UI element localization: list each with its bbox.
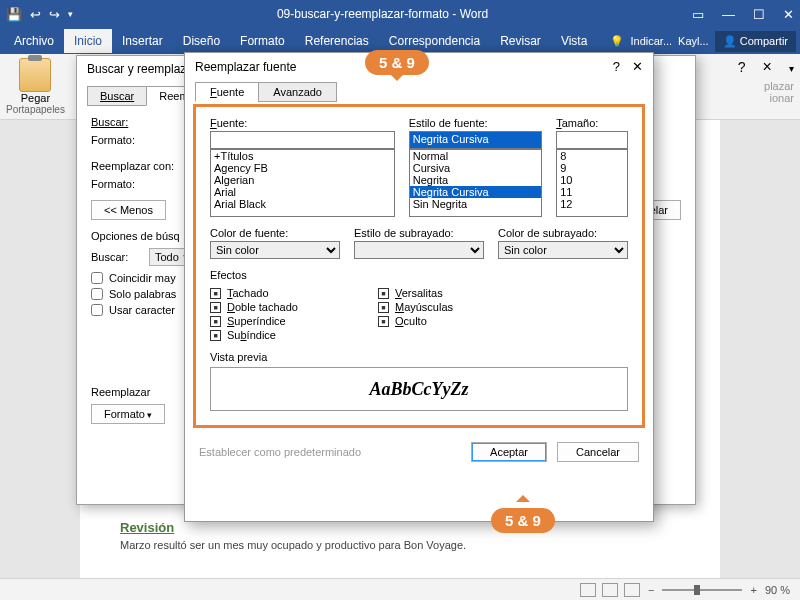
tab-formato[interactable]: Formato bbox=[230, 29, 295, 53]
hidden-label: Oculto bbox=[395, 315, 427, 327]
whole-words-label: Solo palabras bbox=[109, 288, 176, 300]
zoom-in-icon[interactable]: + bbox=[750, 584, 756, 596]
quick-access-toolbar: 💾 ↩ ↪ ▾ bbox=[6, 7, 73, 22]
web-layout-icon[interactable] bbox=[624, 583, 640, 597]
preview-box: AaBbCcYyZz bbox=[210, 367, 628, 411]
user-name[interactable]: Kayl... bbox=[678, 35, 709, 47]
font-name-input[interactable] bbox=[210, 131, 395, 149]
allcaps-checkbox[interactable] bbox=[378, 302, 389, 313]
list-item[interactable]: 10 bbox=[557, 174, 627, 186]
paste-label: Pegar bbox=[21, 92, 50, 104]
list-item[interactable]: Algerian bbox=[211, 174, 394, 186]
callout-step-top: 5 & 9 bbox=[365, 50, 429, 75]
subscript-label: Subíndice bbox=[227, 329, 276, 341]
tab-insertar[interactable]: Insertar bbox=[112, 29, 173, 53]
list-item[interactable]: 8 bbox=[557, 150, 627, 162]
font-style-input[interactable]: Negrita Cursiva bbox=[409, 131, 542, 149]
ribbon-options-icon[interactable]: ▭ bbox=[692, 7, 704, 22]
set-default-button[interactable]: Establecer como predeterminado bbox=[199, 446, 461, 458]
strike-label: Tachado bbox=[227, 287, 269, 299]
strike-checkbox[interactable] bbox=[210, 288, 221, 299]
list-item[interactable]: Arial Black bbox=[211, 198, 394, 210]
close-window-icon[interactable]: ✕ bbox=[783, 7, 794, 22]
minimize-icon[interactable]: — bbox=[722, 7, 735, 22]
advanced-tab[interactable]: Avanzado bbox=[258, 82, 337, 102]
underline-style-label: Estilo de subrayado: bbox=[354, 227, 484, 239]
tab-archivo[interactable]: Archivo bbox=[4, 29, 64, 53]
select-hint: ionar bbox=[738, 92, 794, 104]
smallcaps-label: Versalitas bbox=[395, 287, 443, 299]
document-title: 09-buscar-y-reemplazar-formato - Word bbox=[73, 7, 692, 21]
whole-words-checkbox[interactable] bbox=[91, 288, 103, 300]
allcaps-label: Mayúsculas bbox=[395, 301, 453, 313]
size-list[interactable]: 8 9 10 11 12 bbox=[556, 149, 628, 217]
search-dir-label: Buscar: bbox=[91, 251, 141, 263]
style-list[interactable]: Normal Cursiva Negrita Negrita Cursiva S… bbox=[409, 149, 542, 217]
list-item[interactable]: Negrita Cursiva bbox=[410, 186, 541, 198]
match-case-label: Coincidir may bbox=[109, 272, 176, 284]
list-item[interactable]: +Títulos bbox=[211, 150, 394, 162]
superscript-checkbox[interactable] bbox=[210, 316, 221, 327]
replace-hint: plazar bbox=[738, 80, 794, 92]
list-item[interactable]: Arial bbox=[211, 186, 394, 198]
underline-color-label: Color de subrayado: bbox=[498, 227, 628, 239]
dialog-help-icon[interactable]: ? bbox=[613, 59, 620, 74]
maximize-icon[interactable]: ☐ bbox=[753, 7, 765, 22]
zoom-value[interactable]: 90 % bbox=[765, 584, 790, 596]
list-item[interactable]: Negrita bbox=[410, 174, 541, 186]
less-button[interactable]: << Menos bbox=[91, 200, 166, 220]
share-label: Compartir bbox=[740, 35, 788, 47]
underline-color-select[interactable]: Sin color bbox=[498, 241, 628, 259]
list-item[interactable]: Agency FB bbox=[211, 162, 394, 174]
list-item[interactable]: Cursiva bbox=[410, 162, 541, 174]
list-item[interactable]: 12 bbox=[557, 198, 627, 210]
font-tab[interactable]: Fuente bbox=[195, 82, 259, 102]
accept-button[interactable]: Aceptar bbox=[471, 442, 547, 462]
hidden-checkbox[interactable] bbox=[378, 316, 389, 327]
font-list[interactable]: +Títulos Agency FB Algerian Arial Arial … bbox=[210, 149, 395, 217]
share-button[interactable]: 👤 Compartir bbox=[715, 31, 796, 52]
wildcards-label: Usar caracter bbox=[109, 304, 175, 316]
dialog-close-icon[interactable]: ✕ bbox=[632, 59, 643, 74]
cancel-button[interactable]: Cancelar bbox=[557, 442, 639, 462]
tell-me[interactable]: Indicar... bbox=[630, 35, 672, 47]
tab-inicio[interactable]: Inicio bbox=[64, 29, 112, 53]
redo-icon[interactable]: ↪ bbox=[49, 7, 60, 22]
read-mode-icon[interactable] bbox=[580, 583, 596, 597]
save-icon[interactable]: 💾 bbox=[6, 7, 22, 22]
underline-style-select[interactable] bbox=[354, 241, 484, 259]
tab-referencias[interactable]: Referencias bbox=[295, 29, 379, 53]
task-pane-close-icon[interactable]: × bbox=[763, 58, 772, 75]
font-dialog-body: Fuente: +Títulos Agency FB Algerian Aria… bbox=[193, 104, 645, 428]
wildcards-checkbox[interactable] bbox=[91, 304, 103, 316]
tab-vista[interactable]: Vista bbox=[551, 29, 597, 53]
smallcaps-checkbox[interactable] bbox=[378, 288, 389, 299]
match-case-checkbox[interactable] bbox=[91, 272, 103, 284]
ribbon-collapse-icon[interactable]: ▾ bbox=[789, 63, 794, 74]
subscript-checkbox[interactable] bbox=[210, 330, 221, 341]
format-menu-button[interactable]: Formato bbox=[91, 404, 165, 424]
font-size-label: Tamaño: bbox=[556, 117, 628, 129]
double-strike-label: Doble tachado bbox=[227, 301, 298, 313]
list-item[interactable]: 9 bbox=[557, 162, 627, 174]
print-layout-icon[interactable] bbox=[602, 583, 618, 597]
preview-text: AaBbCcYyZz bbox=[370, 379, 469, 400]
font-size-input[interactable] bbox=[556, 131, 628, 149]
undo-icon[interactable]: ↩ bbox=[30, 7, 41, 22]
replace-with-label: Reemplazar con: bbox=[91, 160, 187, 172]
list-item[interactable]: Sin Negrita bbox=[410, 198, 541, 210]
find-tab[interactable]: Buscar bbox=[87, 86, 147, 106]
tab-diseno[interactable]: Diseño bbox=[173, 29, 230, 53]
tell-me-icon[interactable]: 💡 bbox=[610, 35, 624, 48]
list-item[interactable]: Normal bbox=[410, 150, 541, 162]
list-item[interactable]: 11 bbox=[557, 186, 627, 198]
paste-icon[interactable] bbox=[19, 58, 51, 92]
zoom-slider[interactable] bbox=[662, 589, 742, 591]
zoom-out-icon[interactable]: − bbox=[648, 584, 654, 596]
double-strike-checkbox[interactable] bbox=[210, 302, 221, 313]
font-color-select[interactable]: Sin color bbox=[210, 241, 340, 259]
tab-revisar[interactable]: Revisar bbox=[490, 29, 551, 53]
help-icon[interactable]: ? bbox=[738, 59, 746, 75]
doc-heading: Revisión bbox=[120, 520, 680, 535]
preview-label: Vista previa bbox=[210, 351, 628, 363]
